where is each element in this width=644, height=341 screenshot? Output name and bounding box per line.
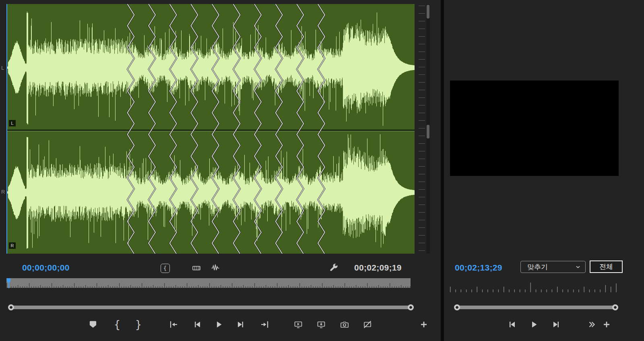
vertical-zoom-scrollbar[interactable] [426,4,430,254]
zoom-fit-dropdown[interactable]: 맞추기 [520,261,586,273]
source-zoom-handle-left[interactable] [8,304,14,310]
filmstrip-icon [192,263,201,273]
play-icon [214,320,223,329]
vertical-zoom-thumb-bottom[interactable] [427,125,429,138]
program-button-editor-button[interactable] [599,316,615,333]
vertical-zoom-ticks [419,6,425,252]
plus-icon [419,320,429,329]
go-to-in-icon [169,320,178,329]
source-zoom-scrollbar[interactable] [8,304,414,310]
camera-icon [340,320,349,329]
source-ruler-ticks [6,278,411,288]
mark-in-button[interactable]: { [109,316,125,333]
step-forward-button[interactable] [233,316,249,333]
brace-glyph: { [163,265,167,271]
step-forward-icon [236,320,246,329]
program-step-back-button[interactable] [504,316,520,333]
source-zoom-handle-right[interactable] [408,304,414,310]
source-duration-timecode: 00;02;09;19 [354,263,402,273]
insert-icon [293,320,303,329]
slashed-frame-icon [363,320,372,329]
drag-video-only-button[interactable] [189,262,204,275]
fx-mute-button[interactable] [359,316,376,333]
source-time-ruler[interactable] [6,278,411,288]
waveform-display[interactable]: L R [6,4,415,254]
playhead-stem [8,283,9,288]
mark-in-icon: { [114,319,121,330]
go-to-out-icon [260,320,270,329]
play-button[interactable] [211,316,227,333]
audio-waveform-icon [211,263,220,273]
go-to-in-button[interactable] [165,316,182,333]
left-channel-badge: L [9,120,16,126]
right-channel-label: R [1,189,5,194]
step-back-button[interactable] [189,316,205,333]
program-zoom-scrollbar[interactable] [454,304,618,310]
mark-out-icon: } [135,319,142,330]
overwrite-icon [316,320,326,329]
program-ruler-ticks [450,282,617,293]
program-video-frame [450,81,619,176]
full-view-label: 전체 [599,262,613,271]
subclip-brace-button[interactable]: { [157,262,173,275]
program-monitor-panel: 00;02;13;29 맞추기 전체 [444,0,644,341]
source-ruler-playhead[interactable] [7,278,11,288]
stereo-waveform-canvas [6,4,415,254]
chevron-down-icon [575,264,581,270]
marker-icon [88,320,98,329]
zoom-fit-label: 맞추기 [527,262,548,272]
drag-audio-only-button[interactable] [208,262,223,275]
play-icon [529,320,539,329]
add-marker-button[interactable] [85,316,101,333]
settings-button[interactable] [326,262,341,275]
button-editor-button[interactable] [416,316,432,333]
program-scrollbar-thumb[interactable] [457,306,615,309]
program-play-button[interactable] [526,316,542,333]
export-frame-button[interactable] [336,316,353,333]
double-chevron-right-icon [587,320,597,329]
wrench-icon [329,263,339,273]
overwrite-button[interactable] [313,316,329,333]
step-back-icon [192,320,202,329]
program-step-forward-button[interactable] [548,316,564,333]
premiere-monitors-window: L R L R 00;00;00;00 { [0,0,644,341]
vertical-zoom-thumb-top[interactable] [427,5,429,19]
step-back-icon [507,320,517,329]
source-playhead-line [6,4,7,254]
go-to-out-button[interactable] [257,316,273,333]
insert-button[interactable] [290,316,306,333]
vertical-zoom-ruler[interactable] [418,4,430,254]
step-forward-icon [551,320,561,329]
program-zoom-handle-right[interactable] [612,304,618,310]
mark-out-button[interactable]: } [130,316,147,333]
program-zoom-handle-left[interactable] [454,304,460,310]
program-time-ruler[interactable] [450,282,617,293]
program-more-buttons[interactable] [584,316,600,333]
plus-icon [602,320,611,329]
right-channel-badge: R [9,242,16,249]
brace-box-icon: { [161,264,170,273]
source-current-timecode[interactable]: 00;00;00;00 [22,263,70,273]
panel-divider[interactable] [441,0,444,341]
left-channel-label: L [1,65,4,70]
full-view-button[interactable]: 전체 [590,260,623,273]
source-scrollbar-thumb[interactable] [11,306,411,309]
program-current-timecode[interactable]: 00;02;13;29 [455,263,502,273]
source-monitor-panel: L R L R 00;00;00;00 { [0,0,441,341]
